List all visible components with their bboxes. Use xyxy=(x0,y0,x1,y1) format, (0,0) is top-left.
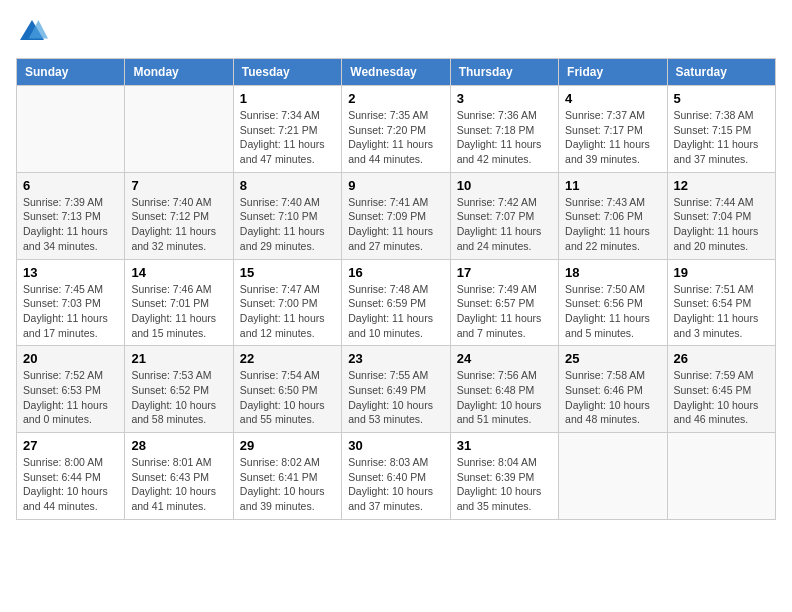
calendar-cell: 23Sunrise: 7:55 AM Sunset: 6:49 PM Dayli… xyxy=(342,346,450,433)
day-number: 28 xyxy=(131,438,226,453)
day-number: 22 xyxy=(240,351,335,366)
day-info: Sunrise: 7:52 AM Sunset: 6:53 PM Dayligh… xyxy=(23,368,118,427)
day-info: Sunrise: 7:36 AM Sunset: 7:18 PM Dayligh… xyxy=(457,108,552,167)
calendar-week-row: 13Sunrise: 7:45 AM Sunset: 7:03 PM Dayli… xyxy=(17,259,776,346)
day-info: Sunrise: 7:59 AM Sunset: 6:45 PM Dayligh… xyxy=(674,368,769,427)
calendar-cell: 19Sunrise: 7:51 AM Sunset: 6:54 PM Dayli… xyxy=(667,259,775,346)
day-info: Sunrise: 7:39 AM Sunset: 7:13 PM Dayligh… xyxy=(23,195,118,254)
day-info: Sunrise: 7:46 AM Sunset: 7:01 PM Dayligh… xyxy=(131,282,226,341)
calendar-cell: 21Sunrise: 7:53 AM Sunset: 6:52 PM Dayli… xyxy=(125,346,233,433)
calendar-cell: 8Sunrise: 7:40 AM Sunset: 7:10 PM Daylig… xyxy=(233,172,341,259)
calendar-header-wednesday: Wednesday xyxy=(342,59,450,86)
day-info: Sunrise: 7:55 AM Sunset: 6:49 PM Dayligh… xyxy=(348,368,443,427)
day-number: 16 xyxy=(348,265,443,280)
day-info: Sunrise: 7:41 AM Sunset: 7:09 PM Dayligh… xyxy=(348,195,443,254)
day-number: 27 xyxy=(23,438,118,453)
day-info: Sunrise: 7:50 AM Sunset: 6:56 PM Dayligh… xyxy=(565,282,660,341)
day-info: Sunrise: 7:54 AM Sunset: 6:50 PM Dayligh… xyxy=(240,368,335,427)
calendar-cell: 10Sunrise: 7:42 AM Sunset: 7:07 PM Dayli… xyxy=(450,172,558,259)
day-info: Sunrise: 7:49 AM Sunset: 6:57 PM Dayligh… xyxy=(457,282,552,341)
calendar-cell xyxy=(667,433,775,520)
day-number: 9 xyxy=(348,178,443,193)
day-number: 19 xyxy=(674,265,769,280)
calendar-cell: 25Sunrise: 7:58 AM Sunset: 6:46 PM Dayli… xyxy=(559,346,667,433)
day-number: 23 xyxy=(348,351,443,366)
day-number: 10 xyxy=(457,178,552,193)
day-number: 14 xyxy=(131,265,226,280)
day-info: Sunrise: 7:40 AM Sunset: 7:10 PM Dayligh… xyxy=(240,195,335,254)
calendar-cell: 17Sunrise: 7:49 AM Sunset: 6:57 PM Dayli… xyxy=(450,259,558,346)
calendar-cell: 18Sunrise: 7:50 AM Sunset: 6:56 PM Dayli… xyxy=(559,259,667,346)
calendar-week-row: 20Sunrise: 7:52 AM Sunset: 6:53 PM Dayli… xyxy=(17,346,776,433)
day-number: 26 xyxy=(674,351,769,366)
calendar-cell: 24Sunrise: 7:56 AM Sunset: 6:48 PM Dayli… xyxy=(450,346,558,433)
calendar-cell: 22Sunrise: 7:54 AM Sunset: 6:50 PM Dayli… xyxy=(233,346,341,433)
calendar-week-row: 1Sunrise: 7:34 AM Sunset: 7:21 PM Daylig… xyxy=(17,86,776,173)
day-number: 5 xyxy=(674,91,769,106)
day-info: Sunrise: 7:58 AM Sunset: 6:46 PM Dayligh… xyxy=(565,368,660,427)
page-header xyxy=(16,16,776,48)
day-info: Sunrise: 7:56 AM Sunset: 6:48 PM Dayligh… xyxy=(457,368,552,427)
calendar-cell: 4Sunrise: 7:37 AM Sunset: 7:17 PM Daylig… xyxy=(559,86,667,173)
day-info: Sunrise: 7:43 AM Sunset: 7:06 PM Dayligh… xyxy=(565,195,660,254)
day-number: 7 xyxy=(131,178,226,193)
calendar-cell: 1Sunrise: 7:34 AM Sunset: 7:21 PM Daylig… xyxy=(233,86,341,173)
calendar-cell: 30Sunrise: 8:03 AM Sunset: 6:40 PM Dayli… xyxy=(342,433,450,520)
calendar-header-tuesday: Tuesday xyxy=(233,59,341,86)
calendar-cell: 7Sunrise: 7:40 AM Sunset: 7:12 PM Daylig… xyxy=(125,172,233,259)
day-number: 25 xyxy=(565,351,660,366)
calendar-cell: 3Sunrise: 7:36 AM Sunset: 7:18 PM Daylig… xyxy=(450,86,558,173)
day-info: Sunrise: 8:01 AM Sunset: 6:43 PM Dayligh… xyxy=(131,455,226,514)
calendar-week-row: 6Sunrise: 7:39 AM Sunset: 7:13 PM Daylig… xyxy=(17,172,776,259)
day-info: Sunrise: 7:42 AM Sunset: 7:07 PM Dayligh… xyxy=(457,195,552,254)
calendar-cell xyxy=(17,86,125,173)
day-number: 11 xyxy=(565,178,660,193)
calendar-header-monday: Monday xyxy=(125,59,233,86)
calendar-table: SundayMondayTuesdayWednesdayThursdayFrid… xyxy=(16,58,776,520)
day-info: Sunrise: 7:34 AM Sunset: 7:21 PM Dayligh… xyxy=(240,108,335,167)
calendar-header-saturday: Saturday xyxy=(667,59,775,86)
day-info: Sunrise: 7:44 AM Sunset: 7:04 PM Dayligh… xyxy=(674,195,769,254)
day-number: 30 xyxy=(348,438,443,453)
calendar-cell: 20Sunrise: 7:52 AM Sunset: 6:53 PM Dayli… xyxy=(17,346,125,433)
day-info: Sunrise: 7:48 AM Sunset: 6:59 PM Dayligh… xyxy=(348,282,443,341)
day-number: 12 xyxy=(674,178,769,193)
calendar-cell xyxy=(559,433,667,520)
calendar-cell: 9Sunrise: 7:41 AM Sunset: 7:09 PM Daylig… xyxy=(342,172,450,259)
calendar-cell: 2Sunrise: 7:35 AM Sunset: 7:20 PM Daylig… xyxy=(342,86,450,173)
day-info: Sunrise: 7:47 AM Sunset: 7:00 PM Dayligh… xyxy=(240,282,335,341)
logo xyxy=(16,16,52,48)
calendar-cell: 26Sunrise: 7:59 AM Sunset: 6:45 PM Dayli… xyxy=(667,346,775,433)
calendar-week-row: 27Sunrise: 8:00 AM Sunset: 6:44 PM Dayli… xyxy=(17,433,776,520)
day-number: 3 xyxy=(457,91,552,106)
calendar-cell: 12Sunrise: 7:44 AM Sunset: 7:04 PM Dayli… xyxy=(667,172,775,259)
day-info: Sunrise: 8:03 AM Sunset: 6:40 PM Dayligh… xyxy=(348,455,443,514)
calendar-header-friday: Friday xyxy=(559,59,667,86)
day-info: Sunrise: 8:00 AM Sunset: 6:44 PM Dayligh… xyxy=(23,455,118,514)
calendar-cell: 14Sunrise: 7:46 AM Sunset: 7:01 PM Dayli… xyxy=(125,259,233,346)
calendar-cell: 31Sunrise: 8:04 AM Sunset: 6:39 PM Dayli… xyxy=(450,433,558,520)
calendar-cell: 15Sunrise: 7:47 AM Sunset: 7:00 PM Dayli… xyxy=(233,259,341,346)
day-number: 21 xyxy=(131,351,226,366)
day-number: 13 xyxy=(23,265,118,280)
day-number: 15 xyxy=(240,265,335,280)
day-info: Sunrise: 7:38 AM Sunset: 7:15 PM Dayligh… xyxy=(674,108,769,167)
calendar-cell xyxy=(125,86,233,173)
day-number: 20 xyxy=(23,351,118,366)
day-number: 18 xyxy=(565,265,660,280)
day-number: 4 xyxy=(565,91,660,106)
calendar-cell: 13Sunrise: 7:45 AM Sunset: 7:03 PM Dayli… xyxy=(17,259,125,346)
day-info: Sunrise: 8:04 AM Sunset: 6:39 PM Dayligh… xyxy=(457,455,552,514)
calendar-header-row: SundayMondayTuesdayWednesdayThursdayFrid… xyxy=(17,59,776,86)
day-number: 24 xyxy=(457,351,552,366)
calendar-cell: 28Sunrise: 8:01 AM Sunset: 6:43 PM Dayli… xyxy=(125,433,233,520)
calendar-header-thursday: Thursday xyxy=(450,59,558,86)
calendar-header-sunday: Sunday xyxy=(17,59,125,86)
calendar-cell: 29Sunrise: 8:02 AM Sunset: 6:41 PM Dayli… xyxy=(233,433,341,520)
day-info: Sunrise: 7:40 AM Sunset: 7:12 PM Dayligh… xyxy=(131,195,226,254)
day-number: 8 xyxy=(240,178,335,193)
day-info: Sunrise: 7:35 AM Sunset: 7:20 PM Dayligh… xyxy=(348,108,443,167)
day-info: Sunrise: 7:45 AM Sunset: 7:03 PM Dayligh… xyxy=(23,282,118,341)
day-info: Sunrise: 7:51 AM Sunset: 6:54 PM Dayligh… xyxy=(674,282,769,341)
calendar-cell: 16Sunrise: 7:48 AM Sunset: 6:59 PM Dayli… xyxy=(342,259,450,346)
